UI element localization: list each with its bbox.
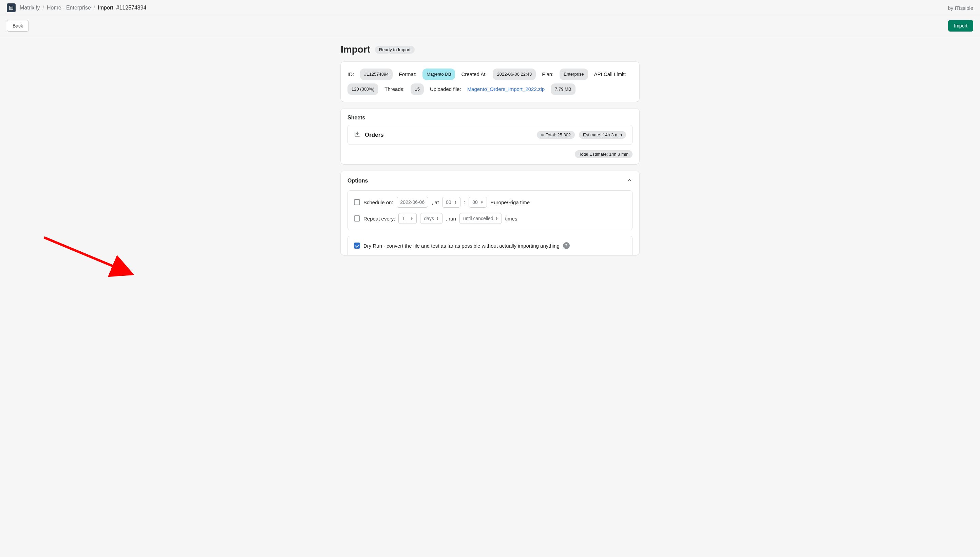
sheet-name: Orders [365,132,384,138]
sheet-total: Total: 25 302 [546,132,571,137]
stepper-icon: ▲▼ [454,200,457,204]
main-container: Import Ready to Import ID: #112574894 Fo… [334,36,646,270]
back-button[interactable]: Back [7,20,29,31]
schedule-date-input[interactable]: 2022-06-06 [397,197,429,208]
stepper-icon: ▲▼ [410,217,413,220]
sheet-total-badge: Total: 25 302 [537,131,575,139]
page-title: Import [341,44,370,55]
colon: : [464,199,465,205]
schedule-row: Schedule on: 2022-06-06 , at 00 ▲▼ : 00 … [354,197,626,208]
repeat-n-input[interactable]: 1 ▲▼ [398,213,417,224]
schedule-minute-input[interactable]: 00 ▲▼ [469,197,487,208]
schedule-label: Schedule on: [364,199,393,205]
uploaded-file-link[interactable]: Magento_Orders_Import_2022.zip [467,84,545,94]
created-value: 2022-06-06 22:43 [493,68,536,80]
breadcrumb-sep: / [43,5,44,11]
sheet-estimate-badge: Estimate: 14h 3 min [579,131,626,139]
breadcrumb-current: Import: #112574894 [98,5,146,11]
threads-value: 15 [411,83,424,95]
schedule-hour-input[interactable]: 00 ▲▼ [442,197,460,208]
repeat-row: Repeat every: 1 ▲▼ days ▲▼ , run until c… [354,213,626,224]
run-until-select[interactable]: until cancelled ▲▼ [460,213,502,224]
topbar: Matrixify / Home - Enterprise / Import: … [0,0,980,16]
status-badge: Ready to Import [375,46,415,54]
dry-run-label: Dry Run - convert the file and test as f… [364,243,559,249]
breadcrumb-sep: / [94,5,95,11]
sheets-title: Sheets [341,109,639,125]
schedule-panel: Schedule on: 2022-06-06 , at 00 ▲▼ : 00 … [347,190,633,230]
dry-run-panel: Dry Run - convert the file and test as f… [347,236,633,255]
schedule-checkbox[interactable] [354,199,360,205]
times-text: times [505,216,517,221]
uploaded-size: 7.79 MB [551,83,575,95]
threads-label: Threads: [385,84,404,94]
sheet-row: Orders Total: 25 302 Estimate: 14h 3 min [347,125,633,145]
format-label: Format: [399,69,416,79]
breadcrumb: Matrixify / Home - Enterprise / Import: … [7,3,147,12]
id-value: #112574894 [360,68,393,80]
status-dot-icon [541,134,544,136]
total-estimate-badge: Total Estimate: 14h 3 min [575,150,633,158]
byline: by ITissible [948,5,973,11]
arrow-annotation-icon [41,234,136,270]
uploaded-label: Uploaded file: [430,84,461,94]
id-label: ID: [347,69,354,79]
breadcrumb-home[interactable]: Home - Enterprise [47,5,91,11]
stepper-icon: ▲▼ [436,217,439,220]
repeat-label: Repeat every: [364,216,395,221]
api-label: API Call Limit: [594,69,626,79]
options-card: Options Schedule on: 2022-06-06 , at 00 … [341,171,639,255]
run-text: , run [446,216,456,221]
help-icon[interactable]: ? [563,242,570,249]
stepper-icon: ▲▼ [481,200,483,204]
chevron-up-icon[interactable] [626,177,633,184]
created-label: Created At: [461,69,487,79]
repeat-unit-select[interactable]: days ▲▼ [420,213,442,224]
repeat-checkbox[interactable] [354,215,360,221]
at-text: , at [432,199,439,205]
options-title: Options [347,178,368,184]
plan-value: Enterprise [559,68,588,80]
stepper-icon: ▲▼ [496,217,498,220]
breadcrumb-app[interactable]: Matrixify [20,5,40,11]
meta-card: ID: #112574894 Format: Magento DB Create… [341,62,639,102]
meta-row: ID: #112574894 Format: Magento DB Create… [347,68,633,95]
actionbar: Back Import [0,16,980,36]
format-value: Magento DB [422,68,455,80]
options-header[interactable]: Options [341,171,639,190]
page-title-row: Import Ready to Import [341,44,639,55]
dry-run-checkbox[interactable] [354,243,360,249]
download-icon [354,130,361,139]
app-logo-icon [7,3,16,12]
sheets-card: Sheets Orders Total: 25 302 Estimate: 14… [341,109,639,164]
tz-label: Europe/Riga time [490,199,530,205]
api-value: 120 (300%) [347,83,378,95]
svg-line-2 [44,238,126,270]
dry-run-row: Dry Run - convert the file and test as f… [354,242,626,249]
import-button[interactable]: Import [948,20,973,31]
plan-label: Plan: [542,69,553,79]
